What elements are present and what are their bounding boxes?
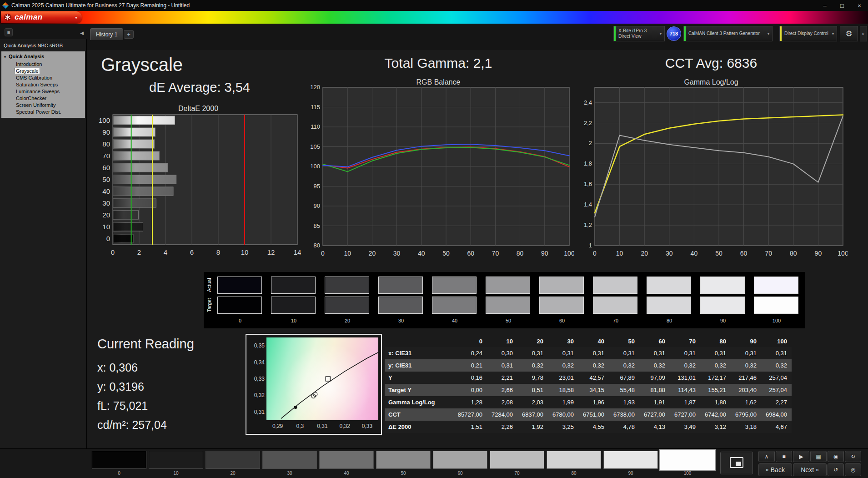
- table-cell: 6795,00: [731, 411, 761, 418]
- row-label: y: CIE31: [385, 362, 457, 369]
- pattern-generator-selector[interactable]: CalMAN Client 3 Pattern Generator ▾: [683, 26, 773, 41]
- cie-xtick: 0,3: [292, 423, 308, 429]
- back-button[interactable]: « Back: [758, 463, 792, 476]
- sidebar-item-introduction[interactable]: Introduction: [1, 61, 85, 68]
- table-row-gamma-log-log: Gamma Log/Log1,282,082,031,991,961,931,9…: [385, 396, 792, 408]
- table-header-row: 0102030405060708090100: [385, 335, 792, 347]
- record-icon[interactable]: ◉: [828, 451, 844, 462]
- table-cell: 0,31: [548, 350, 578, 357]
- patch-button-50[interactable]: 50: [376, 449, 432, 477]
- cie-ytick: 0,34: [247, 359, 265, 366]
- table-cell: 0,32: [761, 362, 792, 369]
- table-cell: 4,13: [639, 423, 670, 430]
- calman-menu-button[interactable]: calman ▾: [1, 11, 82, 23]
- svg-text:105: 105: [310, 143, 320, 150]
- sidebar-collapse-button[interactable]: ◀: [78, 29, 85, 36]
- sidebar-item-screen-uniformity[interactable]: Screen Uniformity: [1, 102, 85, 109]
- pattern-generator-name: CalMAN Client 3 Pattern Generator: [688, 31, 760, 36]
- meter-count-badge[interactable]: 718: [667, 26, 681, 41]
- close-button[interactable]: ×: [851, 0, 868, 11]
- table-cell: 0,32: [700, 362, 731, 369]
- chevron-up-icon[interactable]: ∧: [758, 451, 775, 462]
- app-icon: [2, 2, 9, 9]
- sidebar-item-spectral-power-dist[interactable]: Spectral Power Dist.: [1, 109, 85, 116]
- sidebar-item-colorchecker[interactable]: ColorChecker: [1, 95, 85, 102]
- table-cell: 0,21: [457, 362, 487, 369]
- patch-chip: [433, 451, 487, 469]
- svg-text:30: 30: [666, 250, 673, 257]
- menu-icon[interactable]: ≡: [5, 28, 13, 36]
- patch-chip: [603, 451, 658, 469]
- patch-button-40[interactable]: 40: [319, 449, 375, 477]
- table-cell: 6984,00: [761, 411, 792, 418]
- sidebar-item-cms-calibration[interactable]: CMS Calibration: [1, 75, 85, 81]
- target-swatch-100: [754, 297, 798, 314]
- cie-plot-area: [266, 337, 378, 420]
- sidebar-item-grayscale[interactable]: Grayscale: [1, 68, 85, 75]
- table-cell: 0,32: [548, 362, 578, 369]
- tab-history-1[interactable]: History 1: [90, 28, 123, 40]
- svg-text:100: 100: [564, 250, 574, 257]
- table-header-0: 0: [457, 338, 487, 345]
- patch-button-100[interactable]: 100: [660, 449, 716, 477]
- sidebar-root-quick-analysis[interactable]: ▾Quick Analysis: [1, 53, 85, 61]
- patch-chip: [149, 451, 203, 469]
- current-reading-title: Current Reading: [97, 337, 194, 352]
- svg-text:10: 10: [616, 250, 623, 257]
- refresh-icon[interactable]: ↻: [845, 451, 861, 462]
- table-row-target-y: Target Y0,002,668,5118,5834,1555,4881,88…: [385, 384, 792, 396]
- patch-label: 20: [205, 471, 261, 476]
- reading-cdm2: cd/m²: 257,04: [97, 415, 194, 434]
- svg-text:80: 80: [517, 250, 524, 257]
- add-tab-button[interactable]: +: [124, 30, 134, 39]
- next-button[interactable]: Next »: [793, 463, 827, 476]
- svg-text:0: 0: [106, 235, 110, 242]
- minimize-button[interactable]: –: [816, 0, 833, 11]
- patch-button-90[interactable]: 90: [603, 449, 659, 477]
- maximize-button[interactable]: □: [833, 0, 851, 11]
- patch-button-80[interactable]: 80: [546, 449, 602, 477]
- svg-text:60: 60: [740, 250, 748, 257]
- svg-text:95: 95: [314, 183, 320, 190]
- pattern-window-button[interactable]: [720, 452, 753, 474]
- svg-text:60: 60: [102, 164, 110, 171]
- table-row-e-2000: ΔE 20001,512,261,923,254,554,784,133,493…: [385, 421, 792, 433]
- svg-text:90: 90: [102, 128, 110, 136]
- swatch-column-label-70: 70: [589, 318, 642, 323]
- target-swatch-40: [432, 297, 477, 314]
- chevron-down-icon: ▾: [660, 32, 662, 36]
- patch-label: 100: [660, 471, 715, 476]
- table-cell: 0,31: [578, 350, 609, 357]
- display-control-selector[interactable]: Direct Display Control ▾: [779, 26, 837, 41]
- gear-icon[interactable]: ⚙: [840, 26, 858, 41]
- svg-text:100: 100: [838, 250, 848, 257]
- table-cell: 6738,00: [609, 411, 639, 418]
- table-cell: 1,93: [609, 399, 639, 406]
- patch-button-60[interactable]: 60: [432, 449, 489, 477]
- table-header-10: 10: [487, 338, 517, 345]
- save-icon[interactable]: ▦: [810, 451, 827, 462]
- sidebar-item-saturation-sweeps[interactable]: Saturation Sweeps: [1, 81, 85, 88]
- table-cell: 1,99: [548, 399, 578, 406]
- table-cell: 257,04: [761, 387, 792, 393]
- svg-text:30: 30: [102, 199, 110, 207]
- meter-selector[interactable]: X-Rite i1Pro 3 Direct View ▾: [613, 26, 665, 41]
- panel-more-button[interactable]: ▸: [860, 26, 867, 41]
- patch-button-70[interactable]: 70: [489, 449, 546, 477]
- sidebar-item-luminance-sweeps[interactable]: Luminance Sweeps: [1, 88, 85, 95]
- cie-ytick: 0,35: [247, 342, 265, 349]
- swatch-column-label-20: 20: [321, 318, 374, 323]
- power-icon[interactable]: ◎: [845, 463, 861, 476]
- patch-button-30[interactable]: 30: [262, 449, 318, 477]
- row-label: Target Y: [385, 387, 457, 393]
- sync-icon[interactable]: ↺: [828, 463, 844, 476]
- stop-icon[interactable]: ■: [776, 451, 792, 462]
- play-icon[interactable]: ▶: [793, 451, 809, 462]
- svg-text:1,8: 1,8: [584, 160, 592, 167]
- table-cell: 3,12: [700, 423, 731, 430]
- patch-button-20[interactable]: 20: [205, 449, 261, 477]
- patch-button-10[interactable]: 10: [148, 449, 205, 477]
- bottom-toolbar: 0102030405060708090100 ∧ ■ ▶ ▦ ◉ ↻ « Bac…: [0, 448, 868, 478]
- svg-text:1,2: 1,2: [584, 221, 592, 228]
- patch-button-0[interactable]: 0: [91, 449, 148, 477]
